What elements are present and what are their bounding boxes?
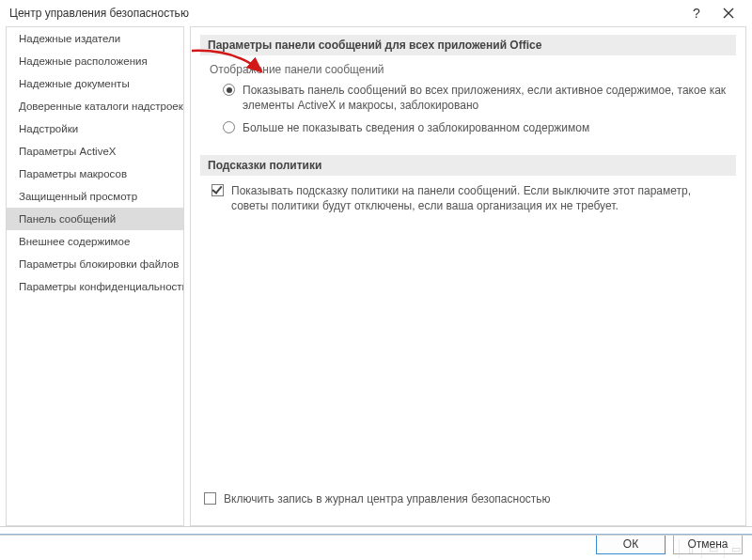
radio-hide-messagebar[interactable]: [223, 121, 235, 133]
statusbar-icon: ▭: [701, 539, 724, 558]
checkbox-policy-label: Показывать подсказку политики на панели …: [231, 183, 730, 213]
log-check-row[interactable]: Включить запись в журнал центра управлен…: [204, 491, 734, 506]
statusbar-icon: ▯: [679, 539, 701, 558]
messagebar-display-subheading: Отображение панели сообщений: [210, 63, 730, 76]
content-spacer: [200, 232, 736, 485]
radio-show-messagebar[interactable]: [223, 84, 235, 96]
checkbox-policy-tips[interactable]: [212, 184, 224, 196]
sidebar-item-external-content[interactable]: Внешнее содержимое: [7, 230, 183, 253]
checkbox-log-label: Включить запись в журнал центра управлен…: [224, 491, 734, 506]
section-header-policy: Подсказки политики: [200, 155, 736, 176]
section-header-messagebar: Параметры панели сообщений для всех прил…: [200, 35, 736, 55]
sidebar-item-privacy[interactable]: Параметры конфиденциальности: [7, 275, 183, 298]
sidebar-item-trusted-locations[interactable]: Надежные расположения: [7, 50, 183, 72]
section-body-messagebar: Отображение панели сообщений Показывать …: [200, 55, 736, 155]
sidebar-nav: Надежные издатели Надежные расположения …: [6, 26, 184, 526]
dialog-body: Надежные издатели Надежные расположения …: [0, 26, 752, 526]
radio-hide-label: Больше не показывать сведения о заблокир…: [243, 120, 730, 135]
sidebar-item-file-block[interactable]: Параметры блокировки файлов: [7, 253, 183, 275]
titlebar: Центр управления безопасностью ?: [0, 0, 752, 26]
ok-button[interactable]: ОК: [596, 534, 666, 554]
trust-center-window: Центр управления безопасностью ? Надежны…: [0, 0, 752, 560]
sidebar-item-message-bar[interactable]: Панель сообщений: [7, 208, 183, 230]
sidebar-item-addins[interactable]: Надстройки: [7, 117, 183, 140]
sidebar-item-trusted-publishers[interactable]: Надежные издатели: [7, 27, 183, 50]
content-panel: Параметры панели сообщений для всех прил…: [190, 26, 746, 526]
sidebar-item-protected-view[interactable]: Защищенный просмотр: [7, 185, 183, 208]
sidebar-item-trusted-addon-catalogs[interactable]: Доверенные каталоги надстроек: [7, 95, 183, 117]
dialog-footer: ОК Отмена: [0, 526, 752, 560]
log-section: Включить запись в журнал центра управлен…: [200, 485, 736, 520]
footer-separator: [0, 534, 752, 536]
radio-show-label: Показывать панель сообщений во всех прил…: [243, 83, 730, 113]
statusbar-fragment: ▯ ▭ ▭: [679, 537, 746, 560]
checkbox-enable-log[interactable]: [204, 492, 216, 505]
radio-hide-messagebar-row[interactable]: Больше не показывать сведения о заблокир…: [223, 120, 730, 135]
policy-tips-check-row[interactable]: Показывать подсказку политики на панели …: [212, 183, 730, 213]
close-icon[interactable]: [713, 0, 744, 26]
radio-show-messagebar-row[interactable]: Показывать панель сообщений во всех прил…: [223, 83, 730, 113]
window-title: Центр управления безопасностью: [9, 7, 681, 20]
sidebar-item-trusted-documents[interactable]: Надежные документы: [7, 72, 183, 95]
section-body-policy: Показывать подсказку политики на панели …: [200, 176, 736, 232]
sidebar-item-macro-settings[interactable]: Параметры макросов: [7, 163, 183, 185]
statusbar-icon: ▭: [724, 539, 746, 558]
help-icon[interactable]: ?: [681, 0, 713, 26]
sidebar-item-activex[interactable]: Параметры ActiveX: [7, 140, 183, 163]
